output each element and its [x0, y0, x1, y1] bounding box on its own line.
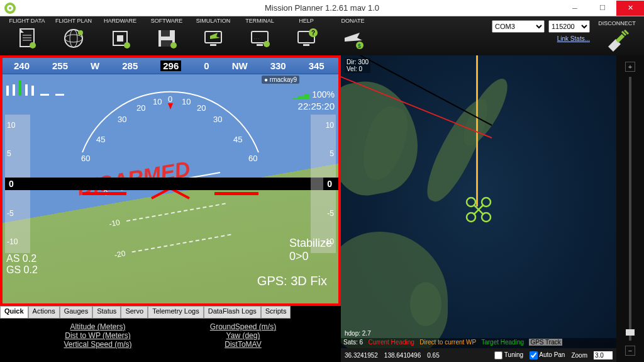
- svg-point-24: [264, 41, 270, 47]
- svg-text:. . .: . . .: [254, 36, 260, 40]
- signal-readout: ▁▃▅ 100%: [292, 89, 335, 99]
- svg-text:45: 45: [233, 135, 242, 144]
- tab-quick[interactable]: Quick: [0, 306, 28, 319]
- map-hdop: hdop: 2.7: [345, 330, 371, 337]
- tab-status[interactable]: Status: [92, 306, 121, 319]
- disk-icon: [153, 25, 180, 52]
- data-tabs: Quick Actions Gauges Status Servo Teleme…: [0, 306, 341, 319]
- tab-gauges[interactable]: Gauges: [60, 306, 93, 319]
- link-quality-bars: [6, 79, 64, 96]
- svg-text:30: 30: [213, 115, 222, 124]
- main-toolbar: FLIGHT DATA FLIGHT PLAN HARDWARE SOFTWAR…: [0, 16, 644, 55]
- toolbar-hardware[interactable]: HARDWARE: [97, 18, 143, 52]
- svg-point-11: [78, 30, 83, 35]
- svg-text:20: 20: [197, 103, 206, 113]
- altitude-value: 0: [323, 178, 336, 190]
- map-panel[interactable]: Dir: 300 Vel: 0 hdop: 2.7 Sats: 6 Curren…: [341, 55, 616, 362]
- toolbar-donate[interactable]: DONATE $: [330, 18, 376, 52]
- zoom-slider-panel: + −: [616, 55, 644, 362]
- tuning-checkbox[interactable]: Tuning: [494, 351, 523, 359]
- groundspeed-label: GS 0.2: [6, 264, 38, 276]
- hud-panel: 240 255 W 285 296 0 NW 330 345: [0, 55, 341, 306]
- toolbar-flight-plan[interactable]: FLIGHT PLAN: [50, 18, 97, 52]
- signal-bars-icon: ▁▃▅: [292, 91, 309, 99]
- help-icon: ?: [293, 25, 319, 52]
- svg-point-7: [30, 42, 36, 48]
- chip-icon: [107, 25, 133, 52]
- tab-servo[interactable]: Servo: [121, 306, 148, 319]
- maximize-button[interactable]: ☐: [589, 1, 616, 16]
- svg-text:$: $: [358, 43, 361, 49]
- zoom-in-button[interactable]: +: [625, 62, 635, 72]
- flight-mode: Stabilize 0>0: [289, 237, 332, 263]
- baud-rate-select[interactable]: 115200: [548, 20, 590, 33]
- toolbar-simulation[interactable]: SIMULATION: [190, 18, 236, 52]
- airspeed-label: AS 0.2: [6, 253, 36, 264]
- window-titlebar: Mission Planner 1.2.61 mav 1.0 ─ ☐ ✕: [0, 0, 644, 16]
- svg-rect-22: [257, 44, 263, 46]
- quick-panel: Altitude (Meters) Dist to WP (Meters) Ve…: [0, 319, 341, 362]
- terminal-icon: . . .: [247, 25, 273, 52]
- svg-text:0: 0: [168, 94, 172, 104]
- minimize-button[interactable]: ─: [561, 1, 589, 16]
- roll-scale: 60 45 30 20 10 0 10 20 30 45 60: [57, 83, 284, 159]
- toolbar-terminal[interactable]: TERMINAL . . .: [236, 18, 283, 52]
- zoom-out-button[interactable]: −: [625, 346, 635, 356]
- svg-point-9: [65, 35, 82, 42]
- svg-text:10: 10: [182, 97, 191, 106]
- map-legend: Sats: 6 Current Heading Direct to curren…: [341, 338, 616, 348]
- drone-marker-icon: [465, 196, 492, 224]
- svg-rect-26: [303, 44, 309, 46]
- airspeed-value: 0: [5, 178, 341, 190]
- svg-point-14: [124, 42, 130, 48]
- airspeed-tape: 10 5 -5 -10 0: [5, 115, 30, 253]
- close-button[interactable]: ✕: [616, 1, 644, 16]
- tab-actions[interactable]: Actions: [28, 306, 60, 319]
- svg-rect-16: [161, 30, 170, 37]
- link-stats-link[interactable]: Link Stats...: [557, 35, 590, 42]
- toolbar-flight-data[interactable]: FLIGHT DATA: [4, 18, 50, 52]
- svg-rect-46: [214, 192, 258, 195]
- svg-rect-45: [82, 192, 126, 195]
- time-readout: 22:25:20: [298, 101, 335, 111]
- scale-readout: 0.65: [427, 352, 439, 359]
- toolbar-help[interactable]: HELP ?: [283, 18, 330, 52]
- plane-coin-icon: $: [340, 25, 366, 52]
- tab-scripts[interactable]: Scripts: [261, 306, 291, 319]
- disconnect-button[interactable]: DISCONNECT: [595, 20, 639, 52]
- plug-icon: [604, 29, 630, 52]
- compass-tape: 240 255 W 285 296 0 NW 330 345: [3, 58, 338, 74]
- toolbar-software[interactable]: SOFTWARE: [143, 18, 190, 52]
- svg-rect-20: [210, 44, 216, 46]
- svg-point-18: [170, 42, 177, 48]
- monitor-plane-icon: [200, 25, 226, 52]
- svg-text:60: 60: [248, 154, 257, 163]
- map-dir-vel: Dir: 300 Vel: 0: [345, 58, 370, 73]
- svg-text:?: ?: [311, 30, 315, 37]
- svg-text:10: 10: [153, 97, 162, 106]
- com-port-select[interactable]: COM3: [492, 20, 545, 33]
- svg-text:30: 30: [118, 115, 126, 124]
- svg-text:20: 20: [136, 103, 145, 113]
- map-status-bar: 36.3241952 138.6410496 0.65 Tuning Auto …: [341, 348, 616, 362]
- document-icon: [14, 25, 40, 52]
- svg-text:60: 60: [81, 154, 90, 163]
- lat-readout: 36.3241952: [345, 352, 378, 359]
- globe-icon: [60, 25, 87, 52]
- svg-point-10: [70, 30, 77, 47]
- autopan-checkbox[interactable]: Auto Pan: [530, 351, 565, 359]
- svg-point-2: [9, 7, 11, 9]
- zoom-slider[interactable]: [629, 77, 631, 341]
- window-title: Mission Planner 1.2.61 mav 1.0: [265, 3, 379, 13]
- lon-readout: 138.6410496: [384, 352, 421, 359]
- altitude-tape: 10 5 -5 -10 0: [311, 115, 336, 253]
- svg-text:45: 45: [96, 135, 105, 144]
- zoom-value-input[interactable]: 3.0: [594, 351, 613, 359]
- tab-dataflash-logs[interactable]: DataFlash Logs: [204, 306, 261, 319]
- svg-rect-13: [117, 35, 123, 42]
- gps-status: GPS: 3D Fix: [257, 274, 327, 288]
- app-logo-icon: [4, 2, 16, 14]
- svg-rect-31: [616, 34, 625, 43]
- tab-telemetry-logs[interactable]: Telemetry Logs: [148, 306, 204, 319]
